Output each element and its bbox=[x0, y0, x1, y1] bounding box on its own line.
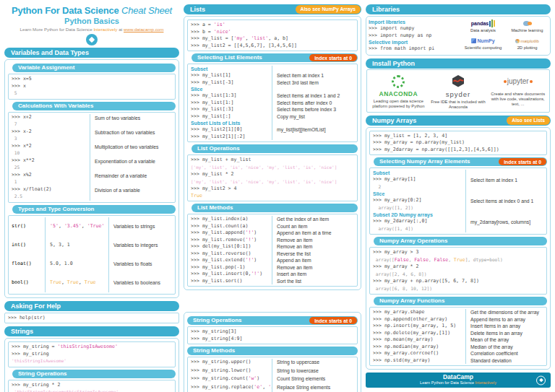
datacamp-logo-glyph bbox=[539, 378, 543, 383]
logo-caption: Machine learning bbox=[507, 28, 548, 33]
subsection-selecting-numpy-elements: Selecting Numpy Array Elements Index sta… bbox=[374, 157, 547, 166]
list-methods-table: >>> my_list.index(a)Get the index of an … bbox=[187, 214, 358, 287]
sheet-header: Python For Data Science Cheat Sheet Pyth… bbox=[4, 4, 179, 48]
code-cell: >>> x**2 25 bbox=[12, 157, 90, 172]
tagline-interactively-link[interactable]: Interactively bbox=[93, 27, 117, 32]
desc-cell: Delete items in an array bbox=[465, 330, 546, 337]
libraries-group: Import libraries >>> import numpy>>> imp… bbox=[366, 16, 551, 56]
code-cell: >>> np.append(other_array) bbox=[373, 316, 465, 323]
desc-cell: Variables to floats bbox=[108, 255, 175, 274]
code-cell: >>> my_list[:] bbox=[191, 113, 272, 121]
desc-cell: Sort the list bbox=[272, 278, 357, 285]
code-cell: >>> my_list.remove('!') bbox=[191, 237, 272, 244]
type-example: True, True, True bbox=[45, 274, 108, 292]
code-cell: >>> np.median(my_array) bbox=[373, 344, 465, 351]
footer-tagline-text: Learn Python for Data Science bbox=[420, 380, 474, 385]
sklearn-circle-icon bbox=[528, 22, 532, 25]
desc-cell: Copy my_list bbox=[272, 113, 357, 121]
code-cell: >>> my_array[0:2] array([1, 2]) bbox=[373, 197, 465, 212]
code-block-lists: >>> a = 'is'>>> b = 'nice'>>> my_list = … bbox=[187, 19, 358, 51]
table-row: >>> my_list.pop(-1)Remove an item bbox=[191, 264, 357, 271]
code-cell: >>> my_list[1] bbox=[191, 72, 272, 79]
table-row: >>> my_list.reverse()Reverse the list bbox=[191, 251, 357, 258]
table-row: >>> my_list2[1][:2] bbox=[191, 134, 357, 141]
desc-cell: Exponentiation of a variable bbox=[90, 157, 175, 172]
subsection-numpy-array-functions: Numpy Array Functions bbox=[374, 297, 547, 305]
subsection-type-conversion: Types and Type Conversion bbox=[12, 205, 176, 214]
desc-cell: Count an item bbox=[272, 223, 357, 230]
desc-cell: Remainder of a variable bbox=[90, 172, 175, 186]
code-block-list-operations: >>> my_list + my_list['my', 'list', 'is'… bbox=[187, 154, 358, 201]
left-column: Python For Data Science Cheat Sheet Pyth… bbox=[4, 4, 179, 388]
code-cell: >>> my_array[1] 2 bbox=[373, 176, 465, 191]
desc-cell: Select items at index 0 and 1 bbox=[465, 197, 546, 212]
datacamp-footer: DataCamp Learn Python for Data Science I… bbox=[366, 373, 551, 388]
desc-cell bbox=[272, 134, 357, 141]
desc-cell: Append an item at a time bbox=[272, 230, 357, 237]
middle-column: Lists Also see NumPy Arrays >>> a = 'is'… bbox=[184, 4, 361, 388]
table-row: >>> x*2 10Multiplication of two variable… bbox=[12, 143, 175, 157]
jupyter-moon-icon bbox=[504, 80, 507, 83]
table-row: Subset 2D Numpy arrays bbox=[373, 212, 546, 218]
desc-cell: Get the dimensions of the array bbox=[465, 309, 546, 316]
code-cell: >>> my_list.reverse() bbox=[191, 251, 272, 258]
table-row: >>> np.insert(my_array, 1, 5)Insert item… bbox=[373, 323, 546, 330]
table-row: >>> my_list.count(a)Count an item bbox=[191, 223, 357, 230]
desc-cell: Select item at index 1 bbox=[272, 72, 357, 79]
code-cell: >>> my_string.replace('e', 'i') bbox=[191, 384, 272, 392]
code-cell: >>> my_array.shape bbox=[373, 309, 465, 316]
lists-group: >>> a = 'is'>>> b = 'nice'>>> my_list = … bbox=[184, 16, 361, 290]
desc-cell: Remove an item bbox=[272, 243, 357, 251]
page-title-italic: Cheat Sheet bbox=[121, 5, 172, 16]
type-fn: str() bbox=[12, 217, 45, 236]
table-row: Subset Lists of Lists bbox=[191, 120, 357, 126]
code-cell: >>> my_string.count('w') bbox=[191, 375, 272, 384]
numpy-functions-table: >>> my_array.shapeGet the dimensions of … bbox=[369, 307, 547, 366]
numpy-wordmark: NumPy bbox=[477, 38, 494, 43]
matplotlib-library: matplotlib 2D plotting bbox=[507, 36, 548, 52]
type-example: '5', '3.45', 'True' bbox=[45, 217, 108, 236]
table-row: >>> my_array.corrcoef()Correlation coeff… bbox=[373, 350, 546, 357]
code-cell: >>> my_list.index(a) bbox=[191, 216, 272, 223]
code-cell: >>> my_list[:3] bbox=[191, 106, 272, 113]
tagline: Learn More Python for Data Science Inter… bbox=[4, 27, 179, 32]
table-row: >>> x-2 3Subtraction of two variables bbox=[12, 129, 175, 143]
datacamp-url-link[interactable]: www.datacamp.com bbox=[124, 27, 163, 32]
subsection-title: Selecting List Elements bbox=[197, 54, 262, 61]
code-cell: >>> my_list.count(a) bbox=[191, 223, 272, 230]
footer-brand: DataCamp bbox=[366, 374, 551, 380]
footer-tagline: Learn Python for Data Science Interactiv… bbox=[366, 380, 551, 386]
table-row: bool()True, True, TrueVariables to boole… bbox=[12, 274, 175, 292]
strings-group: >>> my_string = 'thisStringIsAwesome'>>>… bbox=[4, 338, 179, 392]
scikit-learn-library: Machine learning bbox=[507, 19, 548, 35]
table-row: float()5.0, 1.0Variables to floats bbox=[12, 255, 175, 274]
subsection-selecting-list-elements: Selecting List Elements Index starts at … bbox=[192, 53, 358, 62]
table-row: >>> my_list.append('!')Append an item at… bbox=[191, 230, 357, 237]
table-row: >>> my_list[1:3]Select items at index 1 … bbox=[191, 92, 357, 100]
selective-import-label: Selective import bbox=[369, 39, 462, 45]
table-row: >>> my_array[0:2] array([1, 2])Select it… bbox=[373, 197, 546, 212]
desc-cell: Select 3rd last item bbox=[272, 79, 357, 87]
datacamp-footer-logo bbox=[536, 375, 546, 385]
section-title: Lists bbox=[190, 6, 205, 13]
footer-interactively-link[interactable]: Interactively bbox=[476, 380, 496, 385]
table-row: >>> my_string.replace('e', 'i')Replace S… bbox=[191, 384, 357, 392]
spyder-wordmark: spyder bbox=[431, 90, 486, 98]
table-row: >>> del(my_list[0:1])Remove an item bbox=[191, 243, 357, 251]
subsection-numpy-array-operations: Numpy Array Operations bbox=[374, 237, 547, 245]
table-row: >>> my_list.index(a)Get the index of an … bbox=[191, 216, 357, 223]
datacamp-logo bbox=[86, 34, 98, 45]
code-block-import: >>> import numpy>>> import numpy as np bbox=[369, 25, 462, 39]
desc-cell: Variables to integers bbox=[108, 236, 175, 255]
desc-cell: Get the index of an item bbox=[272, 216, 357, 223]
desc-cell: Remove an item bbox=[272, 264, 357, 271]
desc-cell: Subtraction of two variables bbox=[90, 129, 175, 143]
table-row: >>> my_list.extend('!')Append an item bbox=[191, 257, 357, 264]
desc-cell: Append items to an array bbox=[465, 316, 546, 323]
desc-cell: String to uppercase bbox=[272, 359, 357, 367]
code-cell: >>> my_2darray[:,0] array([1, 4]) bbox=[373, 218, 465, 232]
table-row: >>> my_list.insert(0,'!')Insert an item bbox=[191, 271, 357, 278]
table-row: Subset bbox=[191, 66, 357, 72]
group-label: Subset 2D Numpy arrays bbox=[373, 212, 465, 218]
desc-cell: Insert an item bbox=[272, 271, 357, 278]
